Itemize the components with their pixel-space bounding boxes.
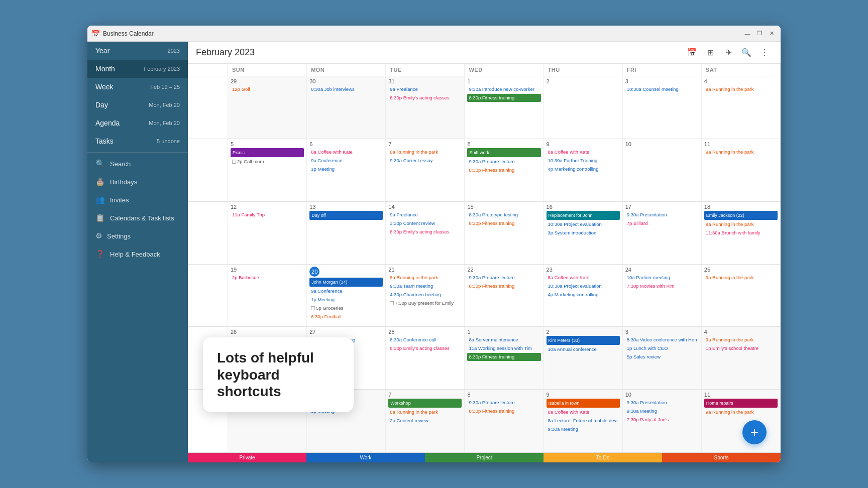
calendar-event[interactable]: 9:30a Prepare lecture — [467, 274, 540, 282]
search-btn[interactable]: 🔍 — [738, 45, 754, 61]
day-cell[interactable]: 319a Freelance8:30p Emily's acting class… — [386, 76, 465, 139]
calendar-view-btn[interactable]: 📅 — [684, 45, 700, 61]
calendar-event[interactable]: 11:30a Brunch with family — [704, 229, 778, 237]
day-cell[interactable]: 1211a Family Trip — [228, 202, 307, 264]
day-cell[interactable]: 308:30a Job interviews — [307, 76, 386, 139]
day-cell[interactable]: 2Kim Peters (33)10a Annual conference — [544, 327, 623, 389]
calendar-event[interactable]: 10a Partner meeting — [625, 274, 699, 282]
calendar-event[interactable]: 8a Coffee with Kate — [547, 408, 620, 416]
calendar-event[interactable]: 1p Meeting — [309, 296, 383, 304]
calendar-event[interactable]: 7:30p Party at Joe's — [625, 416, 699, 424]
week-view-btn[interactable]: ⊞ — [702, 45, 718, 61]
calendar-event[interactable]: 10:30a Project evaluation — [547, 282, 620, 290]
day-cell[interactable]: 2 — [544, 76, 623, 139]
calendar-event[interactable]: 6:30p Football — [309, 313, 383, 321]
day-cell[interactable]: 10 — [623, 139, 702, 201]
day-cell[interactable]: 218a Running in the park9:30a Team meeti… — [386, 265, 465, 327]
calendar-event[interactable]: 9:30a Introduce new co-worker — [467, 85, 540, 93]
calendar-event[interactable]: 8:30p Emily's acting classes — [388, 228, 462, 236]
calendar-event[interactable]: 11a Working session with Tim — [467, 344, 540, 352]
calendar-event[interactable]: Shift work — [467, 148, 540, 157]
calendar-event[interactable]: 8:30p Fitness training — [467, 353, 540, 361]
calendar-event[interactable]: 8a Running in the park — [388, 148, 462, 156]
day-cell[interactable]: 18a Server maintenance11a Working sessio… — [465, 327, 544, 389]
calendar-event[interactable]: 8a Coffee with Kate — [309, 148, 383, 156]
day-cell[interactable]: 192p Barbecue — [228, 265, 307, 327]
day-cell[interactable]: 8Shift work9:30a Prepare lecture8:30p Fi… — [465, 139, 544, 201]
calendar-event[interactable]: 9a Freelance — [388, 211, 462, 219]
day-cell[interactable]: 38:30a Video conference with Hon1p Lunch… — [623, 327, 702, 389]
calendar-event[interactable]: 9:30a Meeting — [625, 407, 699, 415]
sidebar-action-birthdays[interactable]: 🎂Birthdays — [87, 173, 188, 191]
day-cell[interactable]: 149a Freelance3:30p Content review8:30p … — [386, 202, 465, 264]
sidebar-action-calendars---task-lists[interactable]: 📋Calendars & Task lists — [87, 209, 188, 227]
day-cell[interactable]: 229:30a Prepare lecture8:30p Fitness tra… — [465, 265, 544, 327]
sidebar-action-settings[interactable]: ⚙Settings — [87, 227, 188, 245]
calendar-event[interactable]: 9a Conference — [309, 157, 383, 165]
calendar-event[interactable]: 8a Running in the park — [388, 408, 462, 416]
calendar-event[interactable]: 2p Barbecue — [231, 274, 304, 282]
calendar-event[interactable]: 9:30a Team meeting — [388, 282, 462, 290]
calendar-event[interactable]: 9:30a Correct essay — [388, 157, 462, 165]
sidebar-nav-year[interactable]: Year2023 — [87, 42, 188, 60]
day-cell[interactable]: 49a Running in the park1p Emily's school… — [702, 327, 781, 389]
day-cell[interactable]: 20John Morgan (34)9a Conference1p Meetin… — [307, 265, 386, 327]
day-cell[interactable]: 13Day off — [307, 202, 386, 264]
calendar-event[interactable]: 8:30a Video conference with Hon — [625, 336, 699, 344]
calendar-event[interactable]: 8:30p Fitness training — [467, 282, 540, 290]
calendar-event[interactable]: 9a Running in the park — [704, 85, 778, 93]
calendar-event[interactable]: 9a Conference — [309, 287, 383, 295]
calendar-event[interactable]: 8a Lecture: Future of mobile devi — [547, 417, 620, 425]
calendar-event[interactable]: 1p Lunch with CEO — [625, 344, 699, 352]
day-cell[interactable]: 19:30a Introduce new co-worker8:30p Fitn… — [465, 76, 544, 139]
day-cell[interactable]: 2912p Golf — [228, 76, 307, 139]
calendar-event[interactable]: 9a Running in the park — [704, 220, 778, 228]
day-cell[interactable]: 49a Running in the park — [702, 76, 781, 139]
calendar-event[interactable]: 10:30a Counsel meeting — [625, 85, 699, 93]
day-cell[interactable]: 109:30a Presentation9:30a Meeting7:30p P… — [623, 390, 702, 452]
calendar-event[interactable]: Home repairs — [704, 399, 778, 408]
calendar-event[interactable]: 8:30p Emily's acting classes — [388, 94, 462, 102]
calendar-event[interactable]: 3p System introduction — [547, 229, 620, 237]
calendar-event[interactable]: 10:30a Further Training — [547, 157, 620, 165]
sidebar-nav-tasks[interactable]: Tasks5 undone — [87, 132, 188, 150]
calendar-event[interactable]: 8a Coffee with Kate — [547, 148, 620, 156]
day-cell[interactable]: 9Isabella in town8a Coffee with Kate8a L… — [544, 390, 623, 452]
calendar-event[interactable]: Kim Peters (33) — [547, 336, 620, 345]
sidebar-action-search[interactable]: 🔍Search — [87, 155, 188, 173]
day-cell[interactable]: 11Home repairs9a Running in the park — [702, 390, 781, 452]
day-cell[interactable]: 238a Coffee with Kate10:30a Project eval… — [544, 265, 623, 327]
day-cell[interactable]: 259a Running in the park — [702, 265, 781, 327]
sidebar-nav-agenda[interactable]: AgendaMon, Feb 20 — [87, 114, 188, 132]
calendar-event[interactable]: 4p Marketing controlling — [547, 165, 620, 173]
day-cell[interactable]: 78a Running in the park9:30a Correct ess… — [386, 139, 465, 201]
calendar-event[interactable]: 10a Annual conference — [547, 345, 620, 353]
calendar-event[interactable]: Day off — [309, 211, 383, 220]
day-cell[interactable]: 288:30a Conference call8:30p Emily's act… — [386, 327, 465, 389]
calendar-event[interactable]: 8:30p Fitness training — [467, 219, 540, 227]
calendar-event[interactable]: 9a Running in the park — [704, 408, 778, 416]
calendar-event[interactable]: 9:30a Presentation — [625, 211, 699, 219]
restore-button[interactable]: ❐ — [754, 29, 765, 39]
calendar-event[interactable]: 3:30p Content review — [388, 219, 462, 227]
day-cell[interactable]: 16Replacement for John10:30a Project eva… — [544, 202, 623, 264]
sidebar-action-help---feedback[interactable]: ❓Help & Feedback — [87, 245, 188, 263]
calendar-event[interactable]: 8a Server maintenance — [467, 336, 540, 344]
calendar-event[interactable]: 11a Family Trip — [231, 211, 304, 219]
calendar-event[interactable]: Replacement for John — [547, 211, 620, 220]
calendar-event[interactable]: 12p Golf — [231, 85, 304, 93]
calendar-event[interactable]: 8:30p Emily's acting classes — [388, 344, 462, 352]
day-cell[interactable]: 310:30a Counsel meeting — [623, 76, 702, 139]
sidebar-nav-week[interactable]: WeekFeb 19 – 25 — [87, 78, 188, 96]
fab-button[interactable]: + — [742, 420, 767, 444]
calendar-event[interactable]: Picnic — [231, 148, 304, 157]
airplane-btn[interactable]: ✈ — [720, 45, 736, 61]
calendar-event[interactable]: 9:30a Presentation — [625, 399, 699, 407]
calendar-event[interactable]: John Morgan (34) — [309, 278, 383, 287]
more-btn[interactable]: ⋮ — [756, 45, 773, 61]
calendar-event[interactable]: 8:30a Job interviews — [309, 85, 383, 93]
calendar-event[interactable]: 9a Running in the park — [704, 148, 778, 156]
calendar-event[interactable]: 9a Freelance — [388, 85, 462, 93]
calendar-event[interactable]: 8:30p Fitness training — [467, 407, 540, 415]
day-cell[interactable]: 119a Running in the park — [702, 139, 781, 201]
